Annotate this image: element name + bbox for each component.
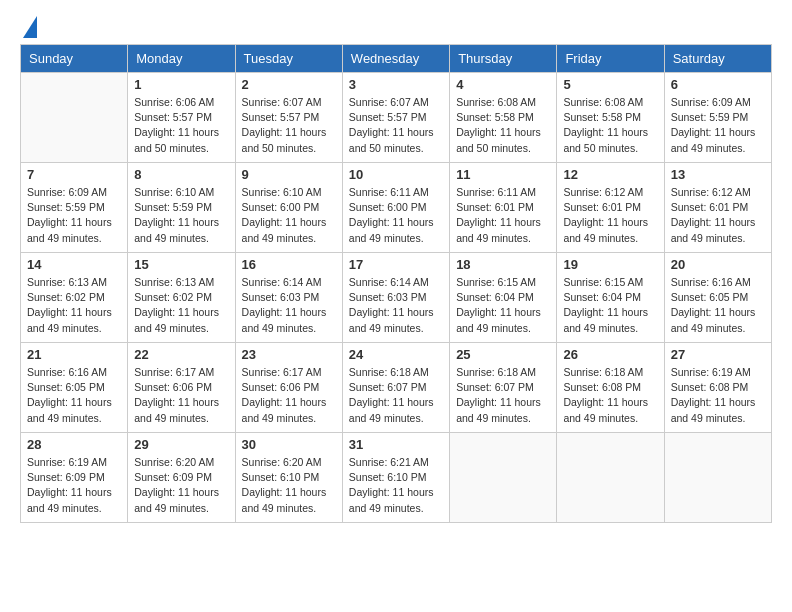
- calendar-table: SundayMondayTuesdayWednesdayThursdayFrid…: [20, 44, 772, 523]
- day-number: 20: [671, 257, 765, 272]
- calendar-cell: [450, 433, 557, 523]
- calendar-cell: 18Sunrise: 6:15 AMSunset: 6:04 PMDayligh…: [450, 253, 557, 343]
- day-number: 4: [456, 77, 550, 92]
- day-number: 3: [349, 77, 443, 92]
- calendar-cell: 12Sunrise: 6:12 AMSunset: 6:01 PMDayligh…: [557, 163, 664, 253]
- day-number: 15: [134, 257, 228, 272]
- day-number: 30: [242, 437, 336, 452]
- day-info: Sunrise: 6:12 AMSunset: 6:01 PMDaylight:…: [671, 185, 765, 246]
- calendar-cell: 8Sunrise: 6:10 AMSunset: 5:59 PMDaylight…: [128, 163, 235, 253]
- calendar-day-header: Thursday: [450, 45, 557, 73]
- day-number: 7: [27, 167, 121, 182]
- calendar-cell: 13Sunrise: 6:12 AMSunset: 6:01 PMDayligh…: [664, 163, 771, 253]
- day-info: Sunrise: 6:17 AMSunset: 6:06 PMDaylight:…: [134, 365, 228, 426]
- calendar-cell: 19Sunrise: 6:15 AMSunset: 6:04 PMDayligh…: [557, 253, 664, 343]
- calendar-cell: 1Sunrise: 6:06 AMSunset: 5:57 PMDaylight…: [128, 73, 235, 163]
- day-number: 12: [563, 167, 657, 182]
- day-number: 27: [671, 347, 765, 362]
- day-number: 14: [27, 257, 121, 272]
- calendar-cell: 5Sunrise: 6:08 AMSunset: 5:58 PMDaylight…: [557, 73, 664, 163]
- calendar-body: 1Sunrise: 6:06 AMSunset: 5:57 PMDaylight…: [21, 73, 772, 523]
- day-number: 26: [563, 347, 657, 362]
- calendar-cell: 7Sunrise: 6:09 AMSunset: 5:59 PMDaylight…: [21, 163, 128, 253]
- day-number: 10: [349, 167, 443, 182]
- day-info: Sunrise: 6:06 AMSunset: 5:57 PMDaylight:…: [134, 95, 228, 156]
- calendar-cell: 11Sunrise: 6:11 AMSunset: 6:01 PMDayligh…: [450, 163, 557, 253]
- calendar-cell: 22Sunrise: 6:17 AMSunset: 6:06 PMDayligh…: [128, 343, 235, 433]
- logo: [20, 20, 37, 34]
- day-number: 18: [456, 257, 550, 272]
- day-info: Sunrise: 6:12 AMSunset: 6:01 PMDaylight:…: [563, 185, 657, 246]
- day-number: 21: [27, 347, 121, 362]
- calendar-week-row: 28Sunrise: 6:19 AMSunset: 6:09 PMDayligh…: [21, 433, 772, 523]
- day-info: Sunrise: 6:13 AMSunset: 6:02 PMDaylight:…: [134, 275, 228, 336]
- calendar-cell: 17Sunrise: 6:14 AMSunset: 6:03 PMDayligh…: [342, 253, 449, 343]
- calendar-cell: 26Sunrise: 6:18 AMSunset: 6:08 PMDayligh…: [557, 343, 664, 433]
- calendar-day-header: Friday: [557, 45, 664, 73]
- calendar-week-row: 21Sunrise: 6:16 AMSunset: 6:05 PMDayligh…: [21, 343, 772, 433]
- calendar-cell: 30Sunrise: 6:20 AMSunset: 6:10 PMDayligh…: [235, 433, 342, 523]
- day-info: Sunrise: 6:14 AMSunset: 6:03 PMDaylight:…: [242, 275, 336, 336]
- logo-triangle-icon: [23, 16, 37, 38]
- day-info: Sunrise: 6:09 AMSunset: 5:59 PMDaylight:…: [27, 185, 121, 246]
- calendar-cell: 25Sunrise: 6:18 AMSunset: 6:07 PMDayligh…: [450, 343, 557, 433]
- day-number: 24: [349, 347, 443, 362]
- calendar-cell: 27Sunrise: 6:19 AMSunset: 6:08 PMDayligh…: [664, 343, 771, 433]
- day-info: Sunrise: 6:11 AMSunset: 6:00 PMDaylight:…: [349, 185, 443, 246]
- calendar-cell: 9Sunrise: 6:10 AMSunset: 6:00 PMDaylight…: [235, 163, 342, 253]
- day-info: Sunrise: 6:18 AMSunset: 6:08 PMDaylight:…: [563, 365, 657, 426]
- day-info: Sunrise: 6:15 AMSunset: 6:04 PMDaylight:…: [456, 275, 550, 336]
- day-info: Sunrise: 6:10 AMSunset: 6:00 PMDaylight:…: [242, 185, 336, 246]
- calendar-week-row: 7Sunrise: 6:09 AMSunset: 5:59 PMDaylight…: [21, 163, 772, 253]
- calendar-day-header: Tuesday: [235, 45, 342, 73]
- day-info: Sunrise: 6:20 AMSunset: 6:10 PMDaylight:…: [242, 455, 336, 516]
- day-info: Sunrise: 6:09 AMSunset: 5:59 PMDaylight:…: [671, 95, 765, 156]
- calendar-cell: 2Sunrise: 6:07 AMSunset: 5:57 PMDaylight…: [235, 73, 342, 163]
- day-info: Sunrise: 6:10 AMSunset: 5:59 PMDaylight:…: [134, 185, 228, 246]
- page-header: [20, 20, 772, 34]
- calendar-cell: 20Sunrise: 6:16 AMSunset: 6:05 PMDayligh…: [664, 253, 771, 343]
- day-number: 2: [242, 77, 336, 92]
- day-number: 13: [671, 167, 765, 182]
- day-number: 9: [242, 167, 336, 182]
- day-number: 17: [349, 257, 443, 272]
- calendar-day-header: Wednesday: [342, 45, 449, 73]
- calendar-cell: 14Sunrise: 6:13 AMSunset: 6:02 PMDayligh…: [21, 253, 128, 343]
- day-number: 23: [242, 347, 336, 362]
- day-number: 22: [134, 347, 228, 362]
- calendar-week-row: 1Sunrise: 6:06 AMSunset: 5:57 PMDaylight…: [21, 73, 772, 163]
- day-info: Sunrise: 6:20 AMSunset: 6:09 PMDaylight:…: [134, 455, 228, 516]
- calendar-cell: 4Sunrise: 6:08 AMSunset: 5:58 PMDaylight…: [450, 73, 557, 163]
- calendar-cell: 24Sunrise: 6:18 AMSunset: 6:07 PMDayligh…: [342, 343, 449, 433]
- day-info: Sunrise: 6:19 AMSunset: 6:08 PMDaylight:…: [671, 365, 765, 426]
- calendar-cell: [21, 73, 128, 163]
- calendar-week-row: 14Sunrise: 6:13 AMSunset: 6:02 PMDayligh…: [21, 253, 772, 343]
- calendar-cell: [557, 433, 664, 523]
- day-number: 11: [456, 167, 550, 182]
- day-number: 1: [134, 77, 228, 92]
- day-info: Sunrise: 6:19 AMSunset: 6:09 PMDaylight:…: [27, 455, 121, 516]
- day-info: Sunrise: 6:16 AMSunset: 6:05 PMDaylight:…: [671, 275, 765, 336]
- calendar-cell: 15Sunrise: 6:13 AMSunset: 6:02 PMDayligh…: [128, 253, 235, 343]
- day-number: 19: [563, 257, 657, 272]
- calendar-cell: 31Sunrise: 6:21 AMSunset: 6:10 PMDayligh…: [342, 433, 449, 523]
- calendar-day-header: Monday: [128, 45, 235, 73]
- day-info: Sunrise: 6:07 AMSunset: 5:57 PMDaylight:…: [349, 95, 443, 156]
- calendar-cell: 28Sunrise: 6:19 AMSunset: 6:09 PMDayligh…: [21, 433, 128, 523]
- day-number: 6: [671, 77, 765, 92]
- calendar-day-header: Sunday: [21, 45, 128, 73]
- day-info: Sunrise: 6:14 AMSunset: 6:03 PMDaylight:…: [349, 275, 443, 336]
- day-info: Sunrise: 6:08 AMSunset: 5:58 PMDaylight:…: [456, 95, 550, 156]
- calendar-cell: 3Sunrise: 6:07 AMSunset: 5:57 PMDaylight…: [342, 73, 449, 163]
- calendar-cell: 21Sunrise: 6:16 AMSunset: 6:05 PMDayligh…: [21, 343, 128, 433]
- day-info: Sunrise: 6:11 AMSunset: 6:01 PMDaylight:…: [456, 185, 550, 246]
- day-info: Sunrise: 6:08 AMSunset: 5:58 PMDaylight:…: [563, 95, 657, 156]
- day-number: 5: [563, 77, 657, 92]
- calendar-cell: 6Sunrise: 6:09 AMSunset: 5:59 PMDaylight…: [664, 73, 771, 163]
- day-number: 29: [134, 437, 228, 452]
- calendar-cell: 16Sunrise: 6:14 AMSunset: 6:03 PMDayligh…: [235, 253, 342, 343]
- day-number: 25: [456, 347, 550, 362]
- calendar-cell: 10Sunrise: 6:11 AMSunset: 6:00 PMDayligh…: [342, 163, 449, 253]
- day-info: Sunrise: 6:17 AMSunset: 6:06 PMDaylight:…: [242, 365, 336, 426]
- day-info: Sunrise: 6:18 AMSunset: 6:07 PMDaylight:…: [349, 365, 443, 426]
